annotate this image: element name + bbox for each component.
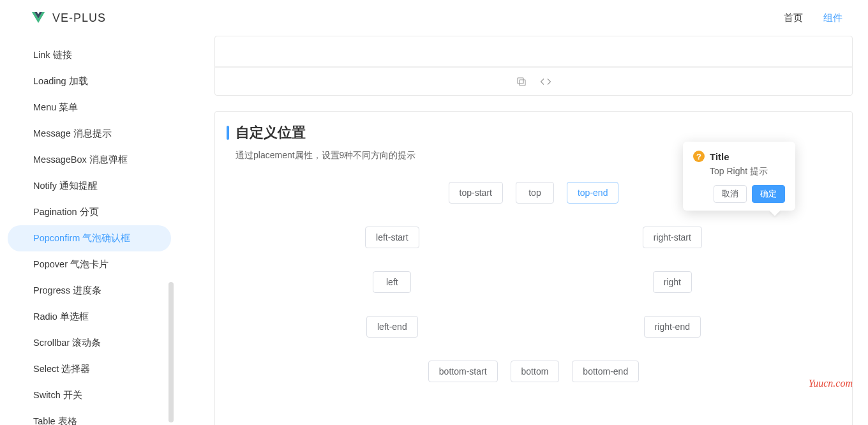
nav-components[interactable]: 组件 (823, 12, 842, 24)
popover-actions: 取消 确定 (693, 185, 785, 203)
sidebar-item[interactable]: Radio 单选框 (8, 304, 171, 330)
vue-logo-icon (31, 10, 46, 26)
warning-icon: ? (693, 151, 705, 162)
sidebar-item[interactable]: Loading 加载 (8, 68, 171, 94)
placement-right-start-button[interactable]: right-start (643, 227, 702, 248)
popover-title: Title (710, 151, 730, 162)
placement-top-end-button[interactable]: top-end (567, 182, 618, 204)
sidebar-item[interactable]: MessageBox 消息弹框 (8, 147, 171, 173)
code-icon[interactable] (540, 76, 551, 87)
placement-left-end-button[interactable]: left-end (366, 316, 418, 338)
sidebar-item[interactable]: Link 链接 (8, 42, 171, 68)
cancel-button[interactable]: 取消 (714, 185, 747, 203)
sidebar-item[interactable]: Popover 气泡卡片 (8, 251, 171, 278)
watermark: Yuucn.com (809, 378, 853, 389)
placement-right-end-button[interactable]: right-end (644, 316, 701, 338)
placement-bottom-button[interactable]: bottom (511, 361, 560, 382)
sidebar-item[interactable]: Scrollbar 滚动条 (8, 330, 171, 356)
placement-top-button[interactable]: top (516, 182, 554, 204)
logo[interactable]: VE-PLUS (31, 10, 106, 26)
prev-card (214, 36, 853, 96)
placement-left-start-button[interactable]: left-start (365, 227, 419, 248)
sidebar: Link 链接Loading 加载Menu 菜单Message 消息提示Mess… (0, 36, 179, 425)
placement-bottom-start-button[interactable]: bottom-start (428, 361, 498, 382)
popconfirm-popup: ? Title Top Right 提示 取消 确定 (683, 142, 795, 211)
confirm-button[interactable]: 确定 (752, 185, 785, 203)
right-col: right-startrightright-end (643, 227, 702, 338)
placement-bottom-end-button[interactable]: bottom-end (572, 361, 639, 382)
placement-right-button[interactable]: right (653, 271, 692, 293)
section-title: 自定义位置 (236, 123, 306, 142)
main-content: 自定义位置 通过placement属性，设置9种不同方向的提示 top-star… (179, 36, 868, 425)
popover-header: ? Title (693, 151, 785, 162)
code-toolbar (215, 67, 852, 95)
title-bar-icon (227, 126, 229, 140)
nav-home[interactable]: 首页 (784, 12, 803, 24)
svg-rect-0 (520, 80, 525, 86)
top-nav: 首页 组件 (784, 12, 842, 24)
scrollbar[interactable] (168, 282, 174, 422)
header: VE-PLUS 首页 组件 (0, 0, 868, 36)
svg-rect-1 (518, 78, 523, 84)
sidebar-item[interactable]: Select 选择器 (8, 356, 171, 382)
placement-top-start-button[interactable]: top-start (449, 182, 503, 204)
left-col: left-startleftleft-end (365, 227, 419, 338)
sidebar-item[interactable]: Popconfirm 气泡确认框 (8, 225, 171, 251)
sidebar-item[interactable]: Table 表格 (8, 408, 171, 425)
sidebar-item[interactable]: Message 消息提示 (8, 121, 171, 147)
sidebar-item[interactable]: Notify 通知提醒 (8, 173, 171, 199)
brand-text: VE-PLUS (52, 11, 106, 25)
sidebar-item[interactable]: Menu 菜单 (8, 94, 171, 121)
side-rows: left-startleftleft-end right-startrightr… (234, 227, 833, 338)
placement-left-button[interactable]: left (373, 271, 411, 293)
sidebar-item[interactable]: Progress 进度条 (8, 278, 171, 304)
bottom-row: bottom-startbottombottom-end (234, 361, 833, 382)
sidebar-item[interactable]: Pagination 分页 (8, 199, 171, 225)
popover-content: Top Right 提示 (693, 166, 785, 177)
copy-icon[interactable] (516, 76, 527, 87)
sidebar-item[interactable]: Switch 开关 (8, 382, 171, 408)
